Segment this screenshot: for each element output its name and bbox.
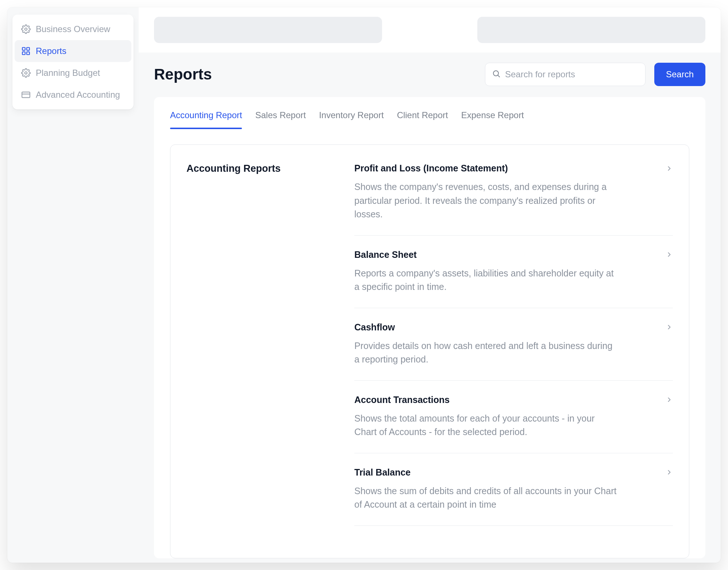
report-title: Account Transactions [354,395,450,405]
sidebar-item-label: Reports [36,46,66,56]
sidebar-item-advanced-accounting[interactable]: Advanced Accounting [15,84,131,106]
sidebar-item-reports[interactable]: Reports [15,40,131,62]
svg-rect-1 [22,47,25,50]
topbar-placeholder-left [154,17,382,43]
report-row-balance-sheet[interactable]: Balance Sheet Reports a company's assets… [354,249,673,308]
svg-rect-2 [27,47,30,50]
chevron-right-icon [666,165,673,172]
svg-rect-4 [27,52,30,55]
report-row-cashflow[interactable]: Cashflow Provides details on how cash en… [354,322,673,381]
tab-sales-report[interactable]: Sales Report [255,106,306,128]
report-title: Balance Sheet [354,249,417,260]
panel-heading: Accounting Reports [186,163,340,174]
report-title: Trial Balance [354,467,411,478]
report-panel: Accounting Reports Profit and Loss (Inco… [170,144,689,558]
panel-right: Profit and Loss (Income Statement) Shows… [354,163,673,540]
chevron-right-icon [666,396,673,403]
tab-accounting-report[interactable]: Accounting Report [170,106,242,128]
svg-point-5 [25,72,27,74]
page-body: Reports Search Accounting Report Sales R… [139,53,721,563]
sidebar-item-label: Business Overview [36,24,110,34]
svg-line-9 [498,75,500,77]
report-row-profit-and-loss[interactable]: Profit and Loss (Income Statement) Shows… [354,163,673,236]
sidebar-item-planning-budget[interactable]: Planning Budget [15,62,131,84]
report-title: Cashflow [354,322,395,333]
sidebar-item-label: Advanced Accounting [36,90,120,100]
report-desc: Provides details on how cash entered and… [354,339,617,367]
report-desc: Shows the company's revenues, costs, and… [354,180,617,221]
chevron-right-icon [666,469,673,476]
page-title: Reports [154,66,476,83]
svg-rect-6 [22,92,30,97]
tab-client-report[interactable]: Client Report [397,106,448,128]
app-window: Business Overview Reports Planning Budge… [7,7,721,563]
report-title: Profit and Loss (Income Statement) [354,163,508,174]
tab-inventory-report[interactable]: Inventory Report [319,106,384,128]
panel-left: Accounting Reports [186,163,340,540]
report-row-account-transactions[interactable]: Account Transactions Shows the total amo… [354,395,673,453]
gear-icon [21,68,31,78]
report-desc: Shows the sum of debits and credits of a… [354,484,617,512]
topbar-placeholder-right [477,17,705,43]
content-card: Accounting Report Sales Report Inventory… [154,97,705,558]
tabs: Accounting Report Sales Report Inventory… [170,106,689,129]
page-header: Reports Search [154,63,705,86]
tiles-icon [21,46,31,56]
report-row-trial-balance[interactable]: Trial Balance Shows the sum of debits an… [354,467,673,526]
chevron-right-icon [666,323,673,331]
report-desc: Reports a company's assets, liabilities … [354,267,617,294]
search-icon [492,69,501,80]
sidebar-item-label: Planning Budget [36,68,100,78]
sidebar-card: Business Overview Reports Planning Budge… [12,15,134,109]
tab-expense-report[interactable]: Expense Report [461,106,524,128]
svg-point-8 [493,71,498,76]
gear-icon [21,24,31,34]
main: Reports Search Accounting Report Sales R… [139,7,721,563]
svg-point-0 [25,28,27,31]
search-button[interactable]: Search [654,63,705,86]
report-desc: Shows the total amounts for each of your… [354,412,617,439]
sidebar-item-business-overview[interactable]: Business Overview [15,18,131,40]
svg-rect-3 [22,52,25,55]
sidebar: Business Overview Reports Planning Budge… [7,7,139,563]
topbar [139,7,721,53]
card-icon [21,90,31,100]
search-input[interactable] [505,69,639,80]
chevron-right-icon [666,251,673,258]
search-box[interactable] [485,63,646,86]
